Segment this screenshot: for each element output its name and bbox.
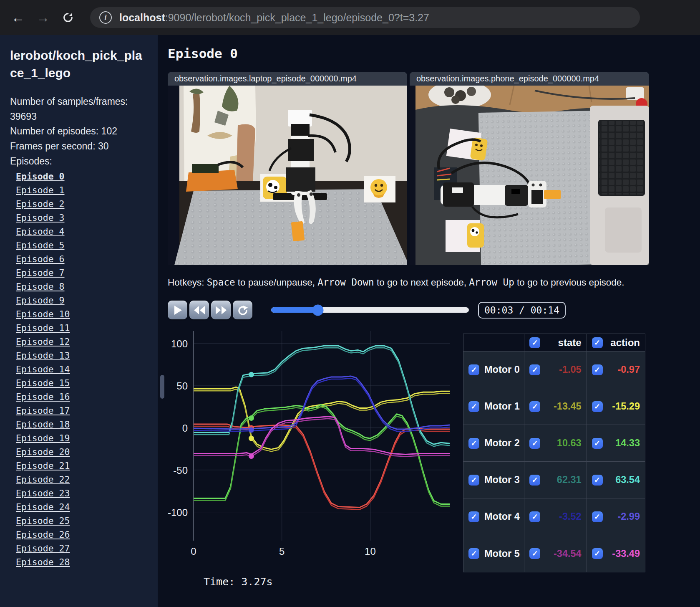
episode-link-episode-8[interactable]: Episode 8 (16, 280, 148, 293)
episode-link-episode-28[interactable]: Episode 28 (16, 555, 148, 569)
checkbox-icon[interactable]: ✓ (592, 475, 603, 486)
checkbox-icon[interactable]: ✓ (529, 401, 540, 412)
action-value: 14.33 (615, 438, 640, 449)
timeline-slider[interactable] (271, 307, 469, 313)
episode-link-episode-15[interactable]: Episode 15 (16, 376, 148, 390)
person-arm (236, 124, 255, 185)
checkbox-icon[interactable]: ✓ (592, 511, 603, 522)
svg-text:100: 100 (171, 338, 188, 349)
table-header: ✓state✓action (463, 334, 645, 352)
hotkey-text: to go to previous episode. (514, 277, 624, 288)
episode-link-episode-3[interactable]: Episode 3 (16, 211, 148, 225)
episode-link-episode-4[interactable]: Episode 4 (16, 225, 148, 238)
episode-link-episode-23[interactable]: Episode 23 (16, 486, 148, 500)
table-row: ✓Motor 3✓62.31✓63.54 (463, 462, 645, 498)
motor-name: Motor 0 (484, 364, 520, 375)
episode-link-episode-0[interactable]: Episode 0 (16, 169, 148, 183)
motor-chart[interactable]: 100500-50-1000510 Time: 3.27s (168, 319, 456, 588)
motor-name: Motor 1 (484, 401, 520, 412)
table-row: ✓Motor 0✓-1.05✓-0.97 (463, 352, 645, 388)
table-row: ✓Motor 5✓-34.54✓-33.49 (463, 535, 645, 572)
checkbox-icon[interactable]: ✓ (468, 475, 479, 486)
hotkey-text: Hotkeys: (168, 277, 207, 288)
motor-name: Motor 5 (484, 548, 520, 559)
episode-link-episode-10[interactable]: Episode 10 (16, 307, 148, 321)
episodes-label: Episodes: (10, 154, 148, 169)
forward-icon[interactable]: → (33, 8, 53, 27)
hotkeys-help: Hotkeys: Space to pause/unpause, Arrow D… (168, 277, 700, 288)
episode-link-episode-26[interactable]: Episode 26 (16, 528, 148, 541)
episode-link-episode-20[interactable]: Episode 20 (16, 445, 148, 459)
episode-link-episode-18[interactable]: Episode 18 (16, 417, 148, 431)
state-header: state (540, 337, 581, 349)
checkbox-icon[interactable]: ✓ (468, 401, 479, 412)
video-caption-laptop: observation.images.laptop_episode_000000… (168, 72, 407, 86)
motor-name: Motor 4 (484, 511, 520, 522)
url-bar[interactable]: i localhost:9090/lerobot/koch_pick_place… (90, 7, 640, 28)
sidebar: lerobot/koch_pick_place_1_lego Number of… (0, 35, 158, 607)
laptop-trackpad (605, 207, 642, 253)
episode-link-episode-1[interactable]: Episode 1 (16, 183, 148, 197)
checkbox-icon[interactable]: ✓ (592, 438, 603, 449)
play-button[interactable] (168, 301, 187, 319)
episode-link-episode-9[interactable]: Episode 9 (16, 293, 148, 307)
browser-toolbar: ← → i localhost:9090/lerobot/koch_pick_p… (0, 0, 700, 35)
video-phone[interactable] (410, 86, 649, 265)
episode-link-episode-25[interactable]: Episode 25 (16, 514, 148, 528)
episode-link-episode-14[interactable]: Episode 14 (16, 362, 148, 376)
action-value: -0.97 (617, 364, 640, 375)
episode-link-episode-21[interactable]: Episode 21 (16, 459, 148, 473)
episode-link-episode-17[interactable]: Episode 17 (16, 404, 148, 417)
checkbox-icon[interactable]: ✓ (529, 475, 540, 486)
episode-link-episode-19[interactable]: Episode 19 (16, 431, 148, 445)
state-value: 62.31 (557, 474, 582, 486)
episode-link-episode-6[interactable]: Episode 6 (16, 252, 148, 266)
hotkey-key: Arrow Up (469, 277, 514, 288)
episode-link-episode-16[interactable]: Episode 16 (16, 390, 148, 404)
fast-forward-button[interactable] (211, 301, 231, 319)
checkbox-icon[interactable]: ✓ (529, 438, 540, 449)
episode-link-episode-11[interactable]: Episode 11 (16, 321, 148, 335)
svg-text:-50: -50 (173, 465, 188, 476)
checkbox-icon[interactable]: ✓ (468, 511, 479, 522)
episode-link-episode-12[interactable]: Episode 12 (16, 335, 148, 349)
state-value: -3.52 (559, 511, 582, 522)
table-row: ✓Motor 4✓-3.52✓-2.99 (463, 498, 645, 535)
site-info-icon[interactable]: i (99, 11, 112, 24)
checkbox-icon[interactable]: ✓ (529, 364, 540, 375)
checkbox-icon[interactable]: ✓ (592, 364, 603, 375)
url-text: localhost:9090/lerobot/koch_pick_place_1… (119, 12, 429, 24)
checkbox-icon[interactable]: ✓ (468, 364, 479, 375)
checkbox-icon[interactable]: ✓ (468, 438, 479, 449)
rewind-button[interactable] (189, 301, 209, 319)
loop-button[interactable] (233, 301, 252, 319)
main-content: Episode 0 observation.images.laptop_epis… (158, 35, 700, 607)
checkbox-icon[interactable]: ✓ (592, 401, 603, 412)
episode-link-episode-22[interactable]: Episode 22 (16, 473, 148, 486)
state-value: -13.45 (554, 401, 582, 412)
episode-link-episode-27[interactable]: Episode 27 (16, 541, 148, 555)
video-laptop[interactable] (168, 86, 407, 265)
checkbox-icon[interactable]: ✓ (529, 337, 540, 348)
episode-link-episode-5[interactable]: Episode 5 (16, 238, 148, 252)
motor-name: Motor 3 (484, 474, 520, 486)
checkbox-icon[interactable]: ✓ (592, 337, 603, 348)
scrollbar-thumb[interactable] (160, 375, 164, 399)
timeline-progress (271, 307, 318, 313)
checkbox-icon[interactable]: ✓ (529, 511, 540, 522)
timeline-thumb[interactable] (312, 304, 323, 316)
video-card-phone: observation.images.phone_episode_000000.… (410, 72, 649, 265)
episode-link-episode-24[interactable]: Episode 24 (16, 500, 148, 514)
action-header: action (603, 337, 640, 349)
reload-icon[interactable] (58, 8, 78, 27)
action-value: -15.29 (612, 401, 640, 412)
episode-link-episode-2[interactable]: Episode 2 (16, 197, 148, 211)
checkbox-icon[interactable]: ✓ (468, 548, 479, 559)
checkbox-icon[interactable]: ✓ (529, 548, 540, 559)
checkbox-icon[interactable]: ✓ (592, 548, 603, 559)
episode-link-episode-7[interactable]: Episode 7 (16, 266, 148, 280)
svg-text:10: 10 (365, 546, 376, 557)
svg-text:5: 5 (279, 546, 285, 557)
back-icon[interactable]: ← (8, 8, 28, 27)
episode-link-episode-13[interactable]: Episode 13 (16, 349, 148, 362)
